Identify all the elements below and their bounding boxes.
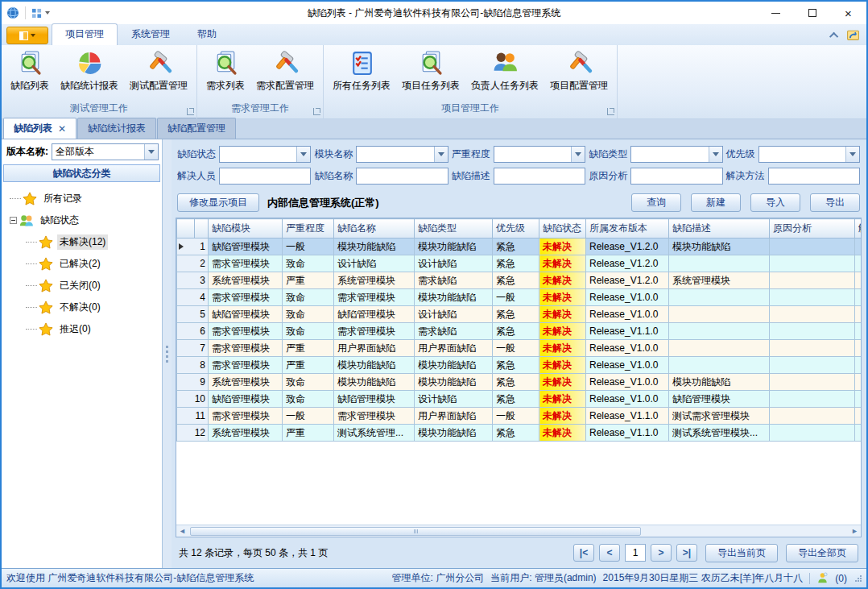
table-cell[interactable]: 系统管理模块 bbox=[209, 374, 283, 391]
table-cell[interactable] bbox=[855, 323, 862, 340]
table-cell[interactable]: 紧急 bbox=[493, 357, 539, 374]
table-cell[interactable] bbox=[770, 323, 855, 340]
table-cell[interactable]: 缺陷管理模块 bbox=[209, 239, 283, 255]
table-cell[interactable]: 模块功能缺陷 bbox=[334, 239, 415, 255]
filter-resolver-input[interactable] bbox=[219, 168, 311, 185]
export-all-pages-button[interactable]: 导出全部页 bbox=[786, 544, 858, 562]
chevron-down-icon[interactable] bbox=[434, 147, 448, 162]
table-cell[interactable]: 需求管理模块 bbox=[334, 289, 415, 306]
column-header[interactable]: 优先级 bbox=[493, 219, 539, 239]
table-cell[interactable] bbox=[855, 408, 862, 425]
table-cell[interactable]: Release_V1.0.0 bbox=[586, 306, 669, 323]
filter-severity-combo[interactable] bbox=[494, 146, 585, 163]
column-header[interactable]: 严重程度 bbox=[283, 219, 334, 239]
table-cell[interactable]: 需求管理模块 bbox=[209, 323, 283, 340]
project-config-management-button[interactable]: 项目配置管理 bbox=[544, 47, 614, 94]
table-cell[interactable] bbox=[770, 272, 855, 289]
table-cell[interactable] bbox=[855, 374, 862, 391]
table-cell[interactable]: 未解决 bbox=[539, 425, 586, 442]
table-cell[interactable]: 模块功能缺陷 bbox=[415, 289, 493, 306]
column-header[interactable]: 缺陷模块 bbox=[209, 219, 283, 239]
table-cell[interactable]: 需求管理模块 bbox=[209, 289, 283, 306]
ribbon-tab-project-management[interactable]: 项目管理 bbox=[52, 23, 118, 45]
version-select[interactable]: 全部版本 bbox=[52, 143, 159, 160]
table-cell[interactable]: 紧急 bbox=[493, 306, 539, 323]
table-cell[interactable]: 致命 bbox=[283, 306, 334, 323]
table-row[interactable]: 8需求管理模块严重模块功能缺陷模块功能缺陷紧急未解决Release_V1.0.0 bbox=[177, 357, 862, 374]
table-cell[interactable]: 系统管理模块 bbox=[334, 272, 415, 289]
chevron-down-icon[interactable] bbox=[571, 147, 585, 162]
dialog-launcher-icon[interactable] bbox=[607, 108, 614, 115]
close-tab-icon[interactable]: ✕ bbox=[58, 123, 66, 135]
scroll-left-icon[interactable]: ◄ bbox=[176, 525, 188, 537]
table-cell[interactable]: 致命 bbox=[283, 391, 334, 408]
test-config-management-button[interactable]: 测试配置管理 bbox=[124, 47, 193, 94]
table-cell[interactable]: 系统管理模块 bbox=[209, 425, 283, 442]
all-task-list-button[interactable]: 所有任务列表 bbox=[327, 47, 396, 94]
table-cell[interactable]: Release_V1.0.0 bbox=[586, 374, 669, 391]
table-row[interactable]: 4需求管理模块致命需求管理模块模块功能缺陷一般未解决Release_V1.0.0 bbox=[177, 289, 862, 306]
table-cell[interactable]: 缺陷管理模块 bbox=[209, 391, 283, 408]
table-cell[interactable] bbox=[770, 306, 855, 323]
table-cell[interactable] bbox=[855, 306, 862, 323]
pager-first-button[interactable]: |< bbox=[573, 544, 594, 562]
quick-access-toolbar-button[interactable] bbox=[31, 8, 50, 19]
table-cell[interactable]: 设计缺陷 bbox=[334, 255, 415, 272]
column-header[interactable]: 缺陷名称 bbox=[334, 219, 415, 239]
table-cell[interactable]: 紧急 bbox=[493, 255, 539, 272]
filter-solution-input[interactable] bbox=[768, 168, 860, 185]
table-row[interactable]: 6需求管理模块致命需求管理模块需求缺陷紧急未解决Release_V1.1.0 bbox=[177, 323, 862, 340]
table-cell[interactable]: Release_V1.1.0 bbox=[586, 425, 669, 442]
table-cell[interactable]: 需求管理模块 bbox=[209, 408, 283, 425]
table-cell[interactable]: 一般 bbox=[283, 239, 334, 255]
table-cell[interactable]: 一般 bbox=[493, 340, 539, 357]
chevron-down-icon[interactable] bbox=[296, 147, 310, 162]
table-cell[interactable]: 模块功能缺陷 bbox=[415, 425, 493, 442]
table-cell[interactable]: 设计缺陷 bbox=[415, 306, 493, 323]
table-cell[interactable]: 测试系统管理模块... bbox=[669, 425, 770, 442]
table-cell[interactable]: 紧急 bbox=[493, 272, 539, 289]
table-cell[interactable] bbox=[855, 391, 862, 408]
defect-stats-report-button[interactable]: 缺陷统计报表 bbox=[55, 47, 124, 94]
dialog-launcher-icon[interactable] bbox=[313, 108, 320, 115]
table-cell[interactable]: 用户界面缺陷 bbox=[334, 340, 415, 357]
ribbon-tab-help[interactable]: 帮助 bbox=[184, 23, 230, 45]
tree-item[interactable]: 已关闭(0) bbox=[2, 275, 162, 297]
table-cell[interactable]: 严重 bbox=[283, 425, 334, 442]
export-button[interactable]: 导出 bbox=[810, 193, 860, 212]
filter-defect-name-input[interactable] bbox=[356, 168, 448, 185]
tree-item[interactable]: 推迟(0) bbox=[2, 318, 162, 340]
table-cell[interactable]: Release_V1.2.0 bbox=[586, 272, 669, 289]
table-cell[interactable]: 测试需求管理模块 bbox=[669, 408, 770, 425]
pager-last-button[interactable]: >| bbox=[676, 544, 697, 562]
table-cell[interactable]: 一般 bbox=[283, 408, 334, 425]
table-cell[interactable]: 未解决 bbox=[539, 374, 586, 391]
defect-list-button[interactable]: 缺陷列表 bbox=[5, 47, 55, 94]
chevron-down-icon[interactable] bbox=[144, 144, 158, 160]
table-cell[interactable]: 致命 bbox=[283, 323, 334, 340]
table-cell[interactable] bbox=[669, 357, 770, 374]
table-cell[interactable]: 需求管理模块 bbox=[334, 323, 415, 340]
column-header[interactable]: 缺陷类型 bbox=[415, 219, 493, 239]
table-cell[interactable] bbox=[770, 239, 855, 255]
table-row[interactable]: 1缺陷管理模块一般模块功能缺陷模块功能缺陷紧急未解决Release_V1.2.0… bbox=[177, 239, 862, 255]
table-cell[interactable]: 设计缺陷 bbox=[415, 255, 493, 272]
table-cell[interactable] bbox=[855, 357, 862, 374]
table-cell[interactable]: 未解决 bbox=[539, 289, 586, 306]
table-cell[interactable] bbox=[770, 255, 855, 272]
requirement-list-button[interactable]: 需求列表 bbox=[200, 47, 250, 94]
table-row[interactable]: 2需求管理模块致命设计缺陷设计缺陷紧急未解决Release_V1.2.0 bbox=[177, 255, 862, 272]
table-cell[interactable]: 测试系统管理... bbox=[334, 425, 415, 442]
tree-item[interactable]: 所有记录 bbox=[2, 188, 162, 209]
table-cell[interactable]: 需求管理模块 bbox=[209, 340, 283, 357]
table-cell[interactable]: Release_V1.1.0 bbox=[586, 408, 669, 425]
table-cell[interactable]: 严重 bbox=[283, 340, 334, 357]
table-row[interactable]: 10缺陷管理模块致命缺陷管理模块设计缺陷紧急未解决Release_V1.0.0缺… bbox=[177, 391, 862, 408]
column-header[interactable]: 解决方法 bbox=[855, 219, 862, 239]
table-cell[interactable]: 系统管理模块 bbox=[209, 272, 283, 289]
table-cell[interactable]: 未解决 bbox=[539, 323, 586, 340]
table-cell[interactable]: 紧急 bbox=[493, 374, 539, 391]
table-cell[interactable]: 缺陷管理模块 bbox=[334, 391, 415, 408]
table-cell[interactable] bbox=[669, 340, 770, 357]
table-cell[interactable]: 模块功能缺陷 bbox=[415, 239, 493, 255]
